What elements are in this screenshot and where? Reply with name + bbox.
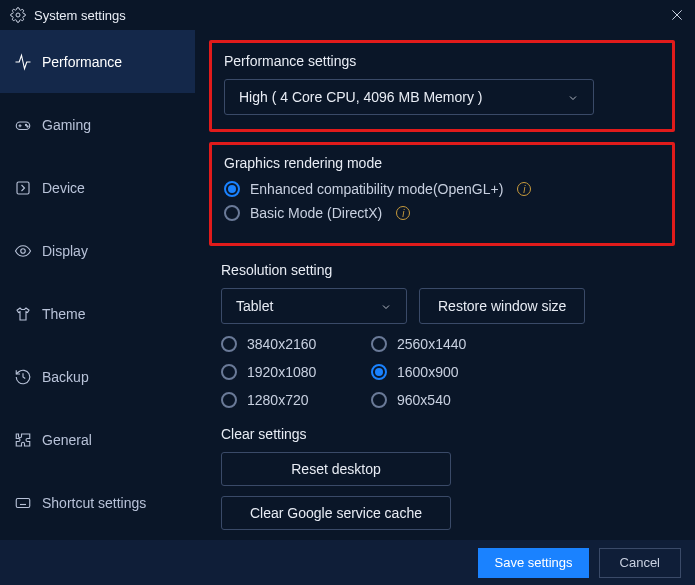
svg-point-6 [25,124,26,125]
resolution-option-3840x2160[interactable]: 3840x2160 [221,336,371,352]
sidebar-item-shortcut[interactable]: Shortcut settings [0,471,195,534]
reset-desktop-button[interactable]: Reset desktop [221,452,451,486]
button-label: Reset desktop [291,461,381,477]
sidebar-item-theme[interactable]: Theme [0,282,195,345]
svg-point-7 [27,125,28,126]
resolution-option-label: 2560x1440 [397,336,466,352]
settings-gear-icon [10,7,26,23]
resolution-option-label: 3840x2160 [247,336,316,352]
gamepad-icon [14,116,32,134]
performance-level-select[interactable]: High ( 4 Core CPU, 4096 MB Memory ) [224,79,594,115]
resolution-option-1600x900[interactable]: 1600x900 [371,364,521,380]
sidebar-item-performance[interactable]: Performance [0,30,195,93]
graphics-mode-directx[interactable]: Basic Mode (DirectX) i [224,205,660,221]
resolution-section: Resolution setting Tablet Restore window… [209,256,675,530]
clear-google-cache-button[interactable]: Clear Google service cache [221,496,451,530]
svg-point-0 [16,13,20,17]
cancel-button[interactable]: Cancel [599,548,681,578]
sidebar-item-label: Display [42,243,88,259]
radio-icon [371,392,387,408]
radio-icon [221,364,237,380]
resolution-option-2560x1440[interactable]: 2560x1440 [371,336,521,352]
resolution-option-960x540[interactable]: 960x540 [371,392,521,408]
performance-settings-section: Performance settings High ( 4 Core CPU, … [209,40,675,132]
resolution-option-1920x1080[interactable]: 1920x1080 [221,364,371,380]
resolution-option-label: 1600x900 [397,364,459,380]
resolution-option-1280x720[interactable]: 1280x720 [221,392,371,408]
puzzle-icon [14,431,32,449]
arrow-right-square-icon [14,179,32,197]
svg-point-9 [21,248,26,253]
sidebar-item-label: Device [42,180,85,196]
graphics-mode-section: Graphics rendering mode Enhanced compati… [209,142,675,246]
activity-icon [14,53,32,71]
graphics-mode-opengl[interactable]: Enhanced compatibility mode(OpenGL+) i [224,181,660,197]
restore-window-size-button[interactable]: Restore window size [419,288,585,324]
sidebar-item-label: General [42,432,92,448]
main-area: Performance Gaming Device Display Theme … [0,30,695,540]
chevron-down-icon [567,91,579,103]
clear-settings-title: Clear settings [221,426,663,442]
resolution-option-label: 1920x1080 [247,364,316,380]
button-label: Clear Google service cache [250,505,422,521]
sidebar-item-gaming[interactable]: Gaming [0,93,195,156]
titlebar: System settings [0,0,695,30]
eye-icon [14,242,32,260]
save-settings-button[interactable]: Save settings [478,548,588,578]
resolution-title: Resolution setting [221,262,663,278]
svg-rect-8 [17,182,29,194]
graphics-mode-title: Graphics rendering mode [224,155,660,171]
keyboard-icon [14,494,32,512]
sidebar-item-label: Shortcut settings [42,495,146,511]
sidebar-item-label: Performance [42,54,122,70]
sidebar-item-label: Gaming [42,117,91,133]
radio-icon [221,336,237,352]
radio-icon [371,364,387,380]
radio-icon [371,336,387,352]
radio-icon [221,392,237,408]
sidebar-item-label: Backup [42,369,89,385]
radio-icon [224,181,240,197]
footer: Save settings Cancel [0,540,695,585]
window-title: System settings [34,8,126,23]
history-icon [14,368,32,386]
graphics-mode-option-label: Enhanced compatibility mode(OpenGL+) [250,181,503,197]
graphics-mode-option-label: Basic Mode (DirectX) [250,205,382,221]
tshirt-icon [14,305,32,323]
performance-level-value: High ( 4 Core CPU, 4096 MB Memory ) [239,89,483,105]
content-panel: Performance settings High ( 4 Core CPU, … [195,30,695,540]
performance-settings-title: Performance settings [224,53,660,69]
sidebar-item-backup[interactable]: Backup [0,345,195,408]
button-label: Restore window size [438,298,566,314]
info-icon[interactable]: i [396,206,410,220]
resolution-mode-select[interactable]: Tablet [221,288,407,324]
resolution-mode-value: Tablet [236,298,273,314]
chevron-down-icon [380,300,392,312]
sidebar-item-label: Theme [42,306,86,322]
info-icon[interactable]: i [517,182,531,196]
radio-icon [224,205,240,221]
sidebar: Performance Gaming Device Display Theme … [0,30,195,540]
sidebar-item-display[interactable]: Display [0,219,195,282]
resolution-option-label: 960x540 [397,392,451,408]
sidebar-item-device[interactable]: Device [0,156,195,219]
sidebar-item-general[interactable]: General [0,408,195,471]
close-icon[interactable] [669,7,685,23]
svg-rect-10 [16,498,30,507]
resolution-option-label: 1280x720 [247,392,309,408]
